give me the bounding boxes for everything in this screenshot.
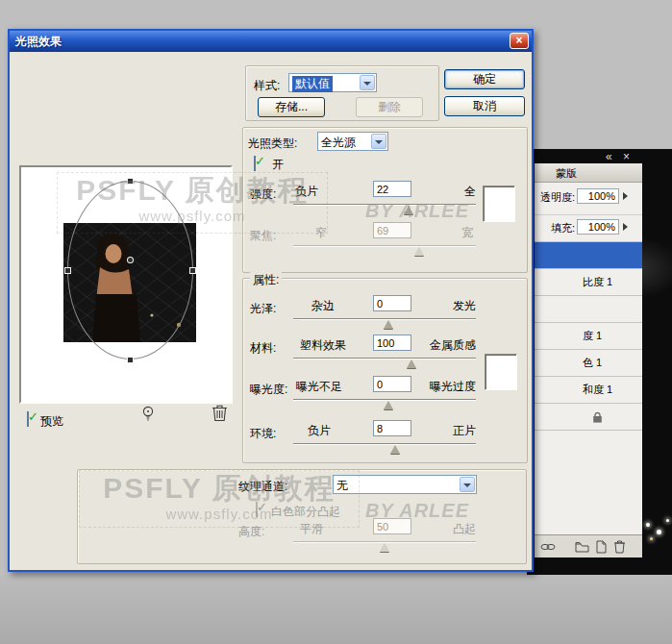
layer-row-selected[interactable] — [535, 242, 642, 269]
layer-name: 和度 1 — [583, 383, 612, 397]
light-bulb-icon[interactable] — [139, 405, 157, 423]
chevron-down-icon[interactable] — [360, 75, 375, 90]
layer-name: 色 1 — [583, 356, 602, 370]
height-slider — [293, 541, 476, 553]
close-button[interactable]: × — [510, 33, 529, 49]
panel-collapse-icon[interactable]: « — [606, 150, 612, 163]
light-handle-right[interactable] — [190, 268, 195, 273]
layer-row[interactable]: 度 1 — [535, 323, 642, 350]
gloss-min-label: 杂边 — [311, 298, 335, 314]
light-on-label: 开 — [272, 157, 284, 173]
layer-row[interactable]: 和度 1 — [535, 377, 642, 404]
watermark-stamp: PSFLY 原创教程 www.psfly.com — [57, 172, 328, 234]
ambience-slider-thumb[interactable] — [390, 445, 400, 454]
focus-slider-thumb — [414, 247, 424, 256]
material-input[interactable] — [373, 334, 411, 351]
delete-style-button: 删除 — [356, 97, 423, 117]
height-max-label: 凸起 — [453, 521, 476, 537]
cancel-button[interactable]: 取消 — [444, 96, 525, 116]
tab-mask[interactable]: 蒙版 — [556, 166, 577, 181]
opacity-field[interactable]: 100% — [577, 188, 619, 204]
layer-row[interactable]: 比度 1 — [535, 269, 642, 296]
light-type-label: 光照类型: — [248, 136, 297, 152]
exposure-slider[interactable] — [293, 399, 476, 410]
layer-row[interactable] — [535, 404, 642, 431]
ambient-color-swatch[interactable] — [485, 354, 517, 390]
layer-row[interactable]: 色 1 — [535, 350, 642, 377]
exposure-min-label: 曝光不足 — [296, 379, 342, 395]
style-select[interactable]: 默认值 — [288, 73, 377, 92]
slider-track — [293, 443, 476, 445]
panel-close-icon[interactable]: × — [623, 150, 630, 163]
dialog-titlebar[interactable]: 光照效果 × — [10, 31, 532, 52]
ambience-slider[interactable] — [293, 443, 476, 455]
link-icon[interactable] — [540, 541, 556, 553]
material-min-label: 塑料效果 — [300, 337, 346, 354]
save-style-button[interactable]: 存储... — [258, 97, 325, 117]
bokeh-light — [646, 523, 650, 527]
chevron-down-icon[interactable] — [371, 134, 386, 149]
slider-track — [293, 245, 476, 247]
light-color-swatch[interactable] — [483, 186, 515, 222]
layer-name: 比度 1 — [583, 275, 612, 289]
intensity-max-label: 全 — [464, 184, 476, 200]
opacity-spinner-icon[interactable] — [623, 192, 628, 200]
gloss-max-label: 发光 — [453, 298, 476, 314]
watermark-title: PSFLY 原创教程 — [80, 471, 359, 506]
bokeh-light — [650, 537, 653, 540]
exposure-input[interactable] — [373, 376, 411, 392]
opacity-row: 透明度: 100% — [535, 183, 642, 215]
chevron-down-icon[interactable] — [460, 477, 475, 492]
exposure-slider-thumb[interactable] — [384, 401, 393, 409]
exposure-label: 曝光度: — [250, 382, 287, 398]
properties-legend: 属性: — [250, 272, 282, 288]
layers-panel: 蒙版 透明度: 100% 填充: 100% 比度 1 度 1 色 1 和度 1 — [535, 163, 642, 557]
watermark-byline: BY ARLEE — [365, 200, 469, 222]
light-type-value: 全光源 — [321, 135, 356, 151]
material-max-label: 金属质感 — [430, 337, 476, 354]
focus-max-label: 宽 — [461, 225, 473, 241]
fill-field[interactable]: 100% — [577, 219, 619, 235]
watermark-byline: BY ARLEE — [365, 500, 469, 522]
gloss-label: 光泽: — [250, 301, 276, 317]
lock-icon — [592, 410, 603, 424]
light-center-handle[interactable] — [128, 258, 133, 262]
gloss-slider[interactable] — [293, 318, 476, 330]
delete-light-trash-icon[interactable] — [212, 404, 228, 422]
ambience-input[interactable] — [373, 420, 411, 436]
fill-label: 填充: — [535, 221, 575, 235]
light-type-select[interactable]: 全光源 — [317, 132, 388, 151]
material-label: 材料: — [250, 340, 276, 357]
new-layer-icon[interactable] — [596, 540, 607, 554]
light-on-checkbox[interactable] — [254, 156, 256, 171]
height-slider-thumb — [380, 543, 389, 552]
layer-name: 度 1 — [583, 329, 602, 343]
gloss-slider-thumb[interactable] — [384, 320, 393, 329]
dialog-title: 光照效果 — [15, 34, 62, 50]
style-select-value: 默认值 — [292, 76, 333, 92]
fill-row: 填充: 100% — [535, 215, 642, 242]
light-handle-bottom[interactable] — [128, 358, 133, 362]
material-slider-thumb[interactable] — [407, 359, 416, 368]
trash-icon[interactable] — [613, 539, 626, 554]
slider-track — [293, 358, 476, 359]
layer-row[interactable] — [535, 296, 642, 323]
preview-checkbox[interactable] — [27, 411, 29, 427]
material-slider[interactable] — [293, 358, 476, 369]
ok-button[interactable]: 确定 — [444, 69, 525, 89]
light-handle-left[interactable] — [65, 268, 70, 273]
fill-spinner-icon[interactable] — [623, 223, 628, 231]
desktop: { "window": { "title": "光照效果", "close_gl… — [0, 0, 672, 644]
ambience-min-label: 负片 — [308, 423, 331, 439]
focus-input — [373, 222, 411, 238]
watermark-title: PSFLY 原创教程 — [58, 173, 327, 208]
folder-icon[interactable] — [575, 541, 589, 553]
watermark-stamp: PSFLY 原创教程 www.psfly.com — [79, 470, 360, 528]
focus-slider — [293, 245, 476, 257]
lighting-effects-dialog: 光照效果 × 样式: 默认值 存储... 删除 确定 取消 光照类型: 全光源 … — [8, 29, 534, 572]
gloss-input[interactable] — [373, 295, 411, 311]
watermark-url: www.psfly.com — [80, 506, 359, 522]
style-label: 样式: — [254, 78, 280, 94]
intensity-input[interactable] — [373, 181, 411, 197]
ambience-label: 环境: — [250, 426, 276, 442]
